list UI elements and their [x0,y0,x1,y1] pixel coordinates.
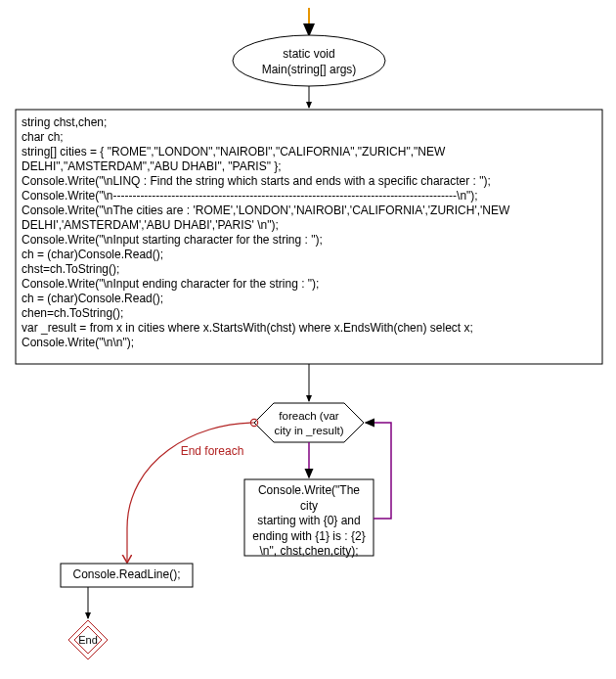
readline-label: Console.ReadLine(); [61,567,193,583]
end-label: End [68,633,108,647]
loop-body-label: Console.Write("The citystarting with {0}… [248,483,370,560]
loop-label: foreach (varcity in _result) [260,409,358,438]
process-code: string chst,chen; char ch; string[] citi… [22,115,596,350]
loop-exit-label: End foreach [168,444,256,460]
start-label: static voidMain(string[] args) [233,47,385,77]
